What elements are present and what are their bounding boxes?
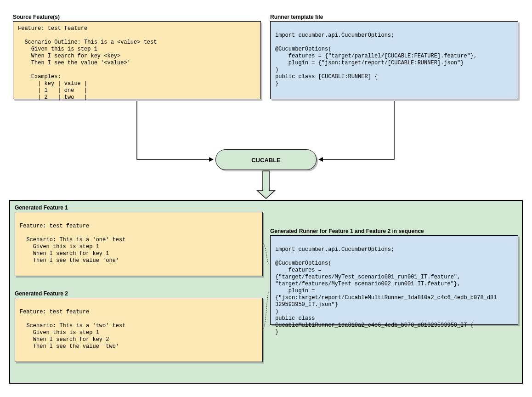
arrow-source-to-cucable bbox=[137, 101, 213, 159]
source-feature-code: Feature: test feature Scenario Outline: … bbox=[13, 21, 261, 99]
source-features-label: Source Feature(s) bbox=[13, 14, 60, 20]
generated-output-container: Generated Feature 1 Feature: test featur… bbox=[9, 200, 523, 384]
runner-template-code: import cucumber.api.CucumberOptions; @Cu… bbox=[270, 21, 518, 99]
arrow-template-to-cucable bbox=[319, 101, 394, 159]
gen-runner-label: Generated Runner for Feature 1 and Featu… bbox=[270, 228, 424, 234]
gen-runner-code: import cucumber.api.CucumberOptions; @Cu… bbox=[270, 235, 518, 325]
cucable-node: CUCABLE bbox=[215, 149, 317, 170]
gen-feature-2-label: Generated Feature 2 bbox=[15, 290, 68, 297]
arrow-cucable-to-output bbox=[257, 171, 275, 198]
gen-feature-1-label: Generated Feature 1 bbox=[15, 204, 68, 211]
cucable-diagram: Source Feature(s) Feature: test feature … bbox=[9, 9, 523, 388]
gen-feature-1-code: Feature: test feature Scenario: This is … bbox=[15, 212, 263, 276]
gen-feature-2-code: Feature: test feature Scenario: This is … bbox=[15, 298, 263, 362]
runner-template-label: Runner template file bbox=[270, 14, 323, 20]
